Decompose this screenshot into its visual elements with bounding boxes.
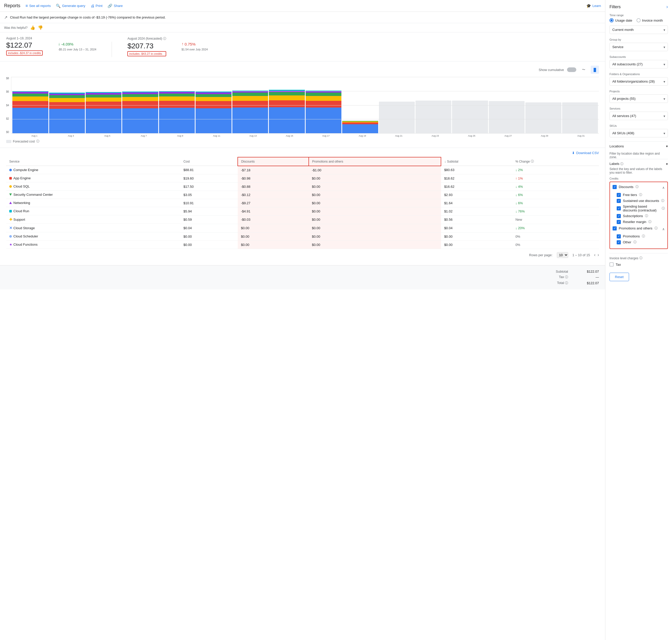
table-footer: Rows per page: 10 25 50 1 – 10 of 15 ‹ › [6,249,599,261]
list-icon: ≡ [26,4,28,8]
bar-aug9[interactable] [306,77,341,133]
forecasted-legend: Forecasted cost ⓘ [6,139,599,144]
subtotal-cell: $0.00 [441,241,512,249]
invoice-month-radio[interactable]: Invoice month [637,18,663,23]
skus-select[interactable]: All SKUs (408) [610,129,668,137]
free-tiers-checkbox[interactable]: Free tiers ⓘ [617,193,665,197]
top-nav: Reports ≡ See all reports 🔍 Generate que… [0,0,605,12]
projects-select[interactable]: All projects (55) [610,94,668,103]
next-page-button[interactable]: › [598,252,599,257]
credits-box: Discounts ⓘ ∧ Free tiers ⓘ Sustained use… [610,181,668,249]
reset-button[interactable]: Reset [610,273,629,281]
promotions-and-others-checkbox[interactable]: Promotions and others ⓘ [613,226,658,231]
current-month-select[interactable]: Current month [610,26,668,34]
folders-select-wrap: All folders/organizations (28) [610,77,668,86]
forecasted-help-icon[interactable]: ⓘ [163,37,166,40]
bar-aug10[interactable] [342,77,378,133]
promotions-cell: $0.00 [309,199,441,207]
see-all-reports-link[interactable]: ≡ See all reports [26,4,51,8]
change-help-icon[interactable]: ⓘ [531,159,534,164]
bar-aug1[interactable] [12,77,48,133]
discounts-checkbox[interactable]: Discounts ⓘ [613,185,639,189]
projects-section: Projects All projects (55) [610,90,668,103]
download-csv-button[interactable]: ⬇ Download CSV [572,151,599,155]
cost-cell: $88.81 [180,166,238,174]
table-row: ★ Cloud Functions $0.00 $0.00 $0.00 $0.0… [6,241,599,249]
bar-aug7[interactable] [232,77,268,133]
subaccounts-select[interactable]: All subaccounts (27) [610,60,668,69]
col-discounts: Discounts [238,157,309,166]
free-tiers-help-icon[interactable]: ⓘ [639,193,642,197]
feedback-question: Was this helpful? [4,26,28,30]
bar-aug4[interactable] [122,77,158,133]
bar-aug25 [452,77,488,133]
discounts-help-icon[interactable]: ⓘ [636,185,639,189]
sustained-use-help-icon[interactable]: ⓘ [661,199,664,203]
spending-based-checkbox[interactable]: Spending based discounts (contractual) ⓘ [617,204,665,212]
share-link[interactable]: 🔗 Share [107,4,123,8]
labels-header[interactable]: Labels ⓘ ▾ [610,162,668,166]
bar-aug8[interactable] [269,77,305,133]
alert-text: Cloud Run had the largest percentage cha… [10,15,166,19]
spending-based-checkbox-icon [617,206,621,210]
sustained-use-checkbox[interactable]: Sustained use discounts ⓘ [617,199,665,203]
bar-aug31 [562,77,598,133]
learn-link[interactable]: 🎓 Learn [586,4,601,8]
print-link[interactable]: 🖨 Print [90,4,103,8]
invoice-help-icon[interactable]: ⓘ [639,256,642,260]
show-cumulative-toggle[interactable] [567,68,576,72]
services-select-wrap: All services (47) [610,112,668,120]
bar-aug2[interactable] [49,77,85,133]
labels-help-icon[interactable]: ⓘ [620,162,623,166]
promotions-chevron-icon[interactable]: ∧ [662,227,665,231]
change-cell: ↓ 76% [512,207,599,215]
prev-page-button[interactable]: ‹ [594,252,595,257]
rows-per-page-select[interactable]: 10 25 50 [557,252,568,258]
cost-table: Service Cost Discounts Promotions and ot… [6,157,599,249]
service-cell: ✕ Cloud Storage [6,224,180,232]
bar-aug5[interactable] [159,77,195,133]
folders-select[interactable]: All folders/organizations (28) [610,77,668,86]
cost-cell: $3.05 [180,191,238,199]
filters-collapse-icon[interactable]: › [666,4,668,10]
line-chart-button[interactable]: 〜 [579,66,588,74]
usage-date-radio[interactable]: Usage date [610,18,632,23]
not-helpful-button[interactable]: 👎 [38,25,43,30]
forecasted-legend-help[interactable]: ⓘ [36,139,39,144]
cost-cell: $0.04 [180,224,238,232]
services-select[interactable]: All services (47) [610,112,668,120]
other-checkbox[interactable]: Other ⓘ [617,240,665,244]
col-service: Service [6,157,180,166]
subtotal-label: Subtotal [556,270,568,274]
discounts-chevron-icon[interactable]: ∧ [662,186,665,190]
tax-checkbox[interactable]: Tax [610,262,668,266]
bar-aug6[interactable] [195,77,231,133]
table-row: Security Command Center $3.05 -$0.12 $0.… [6,191,599,199]
subscriptions-help-icon[interactable]: ⓘ [645,214,648,218]
bar-chart-button[interactable]: ▐▌ [591,66,599,74]
generate-query-link[interactable]: 🔍 Generate query [56,4,85,8]
promotions-cell: $0.00 [309,183,441,191]
bar-aug3[interactable] [86,77,121,133]
helpful-button[interactable]: 👍 [30,25,35,30]
promotions-cell: $0.00 [309,224,441,232]
stats-section: August 1–19, 2024 $122.07 includes -$24.… [0,32,605,61]
forecasted-legend-box [6,140,11,143]
promotions-checkbox[interactable]: Promotions ⓘ [617,234,665,238]
reseller-margin-help-icon[interactable]: ⓘ [648,220,652,224]
spending-based-help-icon[interactable]: ⓘ [662,206,665,211]
promotions-sub-help-icon[interactable]: ⓘ [642,234,645,238]
group-by-select[interactable]: Service [610,43,668,51]
total-help-icon[interactable]: ⓘ [565,281,568,285]
change-cell: ↓ 2% [512,166,599,174]
table-row: Networking $10.91 -$9.27 $0.00 $1.64 ↓ 6… [6,199,599,207]
tax-help-icon[interactable]: ⓘ [565,275,568,279]
bar-aug21 [379,77,415,133]
summary-footer: Subtotal $122.07 Tax ⓘ — Total ⓘ $122.07 [0,265,605,289]
subscriptions-checkbox[interactable]: Subscriptions ⓘ [617,214,665,218]
promotions-help-icon[interactable]: ⓘ [655,226,658,231]
other-help-icon[interactable]: ⓘ [633,240,637,244]
bar-aug29 [525,77,561,133]
reseller-margin-checkbox[interactable]: Reseller margin ⓘ [617,220,665,224]
locations-section[interactable]: Locations ▾ [610,142,668,151]
